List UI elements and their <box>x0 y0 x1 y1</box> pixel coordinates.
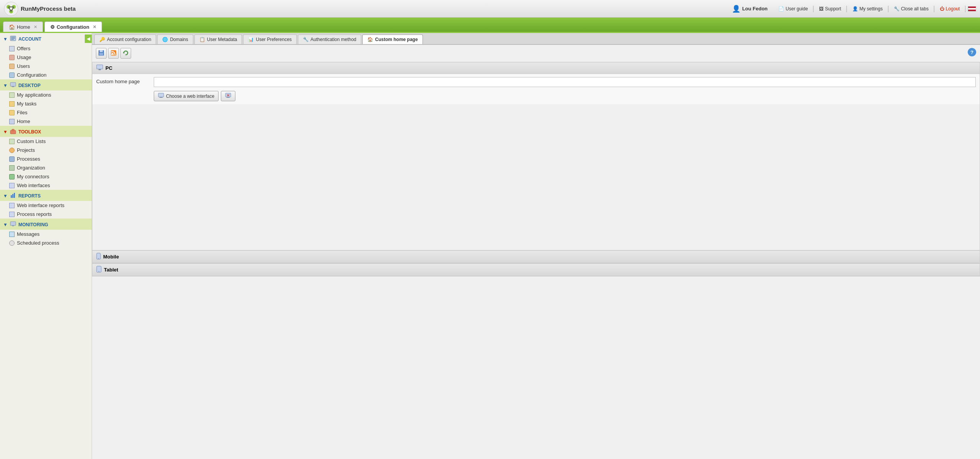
tablet-section: Tablet <box>92 263 980 276</box>
user-guide-button[interactable]: 📄 User guide <box>775 5 811 13</box>
account-config-tab-icon: 🔑 <box>99 37 105 42</box>
close-all-tabs-label: Close all tabs <box>901 6 929 12</box>
sub-tab-authentication-method[interactable]: 🔧 Authentication method <box>298 35 361 44</box>
help-icon[interactable]: ? <box>968 48 976 56</box>
offers-icon <box>9 46 15 51</box>
pc-section-header[interactable]: PC <box>92 63 980 74</box>
sidebar-item-process-reports[interactable]: Process reports <box>0 210 92 219</box>
sidebar-item-home[interactable]: Home <box>0 117 92 126</box>
config-tab-close[interactable]: ✕ <box>93 25 96 30</box>
sidebar-item-files[interactable]: Files <box>0 108 92 117</box>
tab-bar: 🏠 Home ✕ ⚙ Configuration ✕ <box>0 18 980 33</box>
projects-icon <box>9 148 15 153</box>
home-tab-close[interactable]: ✕ <box>34 25 37 30</box>
choose-web-interface-button[interactable]: Choose a web interface <box>154 91 219 101</box>
choose-web-interface-label: Choose a web interface <box>166 94 214 99</box>
sub-tabs: 🔑 Account configuration 🌐 Domains 📋 User… <box>92 33 980 45</box>
sidebar-item-usage[interactable]: Usage <box>0 53 92 62</box>
sidebar-item-scheduled-process[interactable]: Scheduled process <box>0 239 92 247</box>
sub-tab-user-preferences[interactable]: 📊 User Preferences <box>243 35 296 44</box>
refresh-button[interactable] <box>120 48 131 59</box>
save-icon <box>98 50 104 57</box>
support-button[interactable]: 🖼 Support <box>816 5 844 13</box>
files-label: Files <box>17 110 27 115</box>
language-flag[interactable] <box>968 6 976 12</box>
svg-point-37 <box>99 271 99 272</box>
sidebar-item-my-tasks[interactable]: My tasks <box>0 99 92 108</box>
reports-section-header[interactable]: ▼ REPORTS <box>0 190 92 201</box>
close-all-tabs-button[interactable]: 🔧 Close all tabs <box>891 5 932 13</box>
configuration-label: Configuration <box>17 72 46 78</box>
tablet-section-header[interactable]: Tablet <box>92 264 980 276</box>
header-username: Lou Fedon <box>742 6 768 12</box>
user-preferences-tab-icon: 📊 <box>248 37 254 42</box>
svg-rect-18 <box>10 222 16 225</box>
sidebar-item-users[interactable]: Users <box>0 62 92 71</box>
user-guide-icon: 📄 <box>778 6 784 12</box>
sidebar-section-monitoring: ▼ MONITORING Messages Scheduled process <box>0 219 92 247</box>
messages-label: Messages <box>17 231 39 237</box>
feed-button[interactable] <box>108 48 119 59</box>
sidebar-item-organization[interactable]: Organization <box>0 163 92 172</box>
pc-section: PC Custom home page <box>92 62 980 250</box>
config-tab-label: Configuration <box>57 24 89 30</box>
toolbox-section-header[interactable]: ▼ TOOLBOX <box>0 126 92 137</box>
svg-rect-15 <box>11 195 12 198</box>
sidebar-item-my-connectors[interactable]: My connectors <box>0 172 92 181</box>
app-title: RunMyProcess beta <box>21 5 76 12</box>
sidebar-item-messages[interactable]: Messages <box>0 230 92 239</box>
logout-button[interactable]: ⏻ Logout <box>937 5 963 13</box>
my-settings-label: My settings <box>860 6 883 12</box>
custom-home-page-row: Custom home page Choose a web interface <box>92 74 980 104</box>
reports-items: Web interface reports Process reports <box>0 201 92 219</box>
reports-label: REPORTS <box>18 193 41 199</box>
sub-tab-user-metadata[interactable]: 📋 User Metadata <box>194 35 242 44</box>
tab-home[interactable]: 🏠 Home ✕ <box>3 21 43 32</box>
sub-tab-domains[interactable]: 🌐 Domains <box>157 35 193 44</box>
custom-lists-icon <box>9 139 15 144</box>
sidebar-item-offers[interactable]: Offers <box>0 44 92 53</box>
my-tasks-icon <box>9 101 15 107</box>
sidebar-item-web-interfaces[interactable]: Web interfaces <box>0 181 92 190</box>
tab-configuration[interactable]: ⚙ Configuration ✕ <box>44 21 102 32</box>
svg-rect-16 <box>12 194 13 198</box>
svg-point-24 <box>111 54 113 55</box>
save-button[interactable] <box>96 48 107 59</box>
desktop-icon <box>10 82 16 89</box>
monitoring-items: Messages Scheduled process <box>0 230 92 247</box>
my-tasks-label: My tasks <box>17 101 36 107</box>
monitoring-section-header[interactable]: ▼ MONITORING <box>0 219 92 230</box>
custom-home-tab-label: Custom home page <box>375 37 418 42</box>
svg-rect-10 <box>11 39 14 40</box>
toolbox-items: Custom Lists Projects Processes Organiza… <box>0 137 92 190</box>
my-connectors-label: My connectors <box>17 174 49 179</box>
sub-tab-custom-home-page[interactable]: 🏠 Custom home page <box>362 35 423 44</box>
clear-button[interactable] <box>221 91 235 101</box>
scheduled-process-label: Scheduled process <box>17 240 59 246</box>
scheduled-process-icon <box>9 240 15 246</box>
pc-section-body: Custom home page Choose a web interface <box>92 74 980 250</box>
sidebar-item-processes[interactable]: Processes <box>0 155 92 163</box>
sidebar-item-configuration[interactable]: Configuration <box>0 71 92 79</box>
sidebar-item-web-interface-reports[interactable]: Web interface reports <box>0 201 92 210</box>
web-interfaces-label: Web interfaces <box>17 183 50 188</box>
account-section-header[interactable]: ▼ ACCOUNT <box>0 33 92 44</box>
my-settings-button[interactable]: 👤 My settings <box>849 5 886 13</box>
sidebar-item-projects[interactable]: Projects <box>0 146 92 155</box>
sidebar-item-my-applications[interactable]: My applications <box>0 90 92 99</box>
svg-rect-27 <box>99 69 101 70</box>
web-interface-reports-icon <box>9 203 15 208</box>
divider-1: | <box>812 5 814 13</box>
divider-5: | <box>964 5 966 13</box>
sub-tab-account-configuration[interactable]: 🔑 Account configuration <box>94 35 156 44</box>
sidebar-section-reports: ▼ REPORTS Web interface reports Process … <box>0 190 92 219</box>
mobile-section-header[interactable]: Mobile <box>92 251 980 263</box>
top-header: RunMyProcess beta 👤 Lou Fedon 📄 User gui… <box>0 0 980 18</box>
organization-icon <box>9 165 15 171</box>
sidebar-collapse-button[interactable]: ◀ <box>85 35 92 43</box>
desktop-section-header[interactable]: ▼ DESKTOP <box>0 79 92 90</box>
sidebar-item-custom-lists[interactable]: Custom Lists <box>0 137 92 146</box>
my-applications-label: My applications <box>17 92 51 98</box>
custom-home-page-input[interactable] <box>154 77 976 87</box>
messages-icon <box>9 232 15 237</box>
